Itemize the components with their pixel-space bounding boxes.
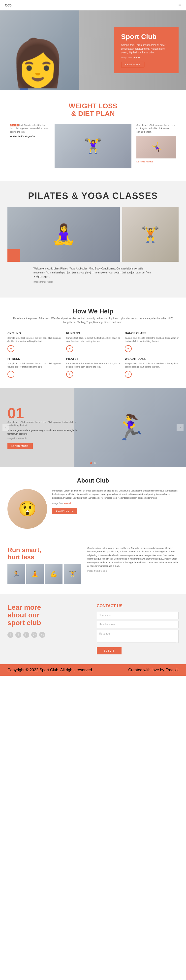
pilates-secondary-image: 🏋️ [122, 207, 178, 262]
email-input[interactable] [97, 621, 178, 628]
hero-image-credit: Image from Freepik [121, 56, 172, 59]
help-item-expand-icon[interactable]: + [8, 345, 14, 352]
carousel-dot-2[interactable] [94, 462, 96, 464]
name-input[interactable] [97, 612, 178, 619]
hero-read-more-button[interactable]: READ MORE [121, 62, 144, 67]
weight-loss-title: WEIGHT LOSS & DIET PLAN [69, 102, 117, 118]
hero-image: 🏃‍♀️ [0, 10, 79, 90]
help-item: DANCE CLASS Sample text. Click to select… [125, 332, 178, 352]
contact-us-title: CONTACT US [97, 604, 178, 608]
footer-right: CONTACT US SUBMIT [97, 604, 178, 654]
help-item: RUNNING Sample text. Click to select the… [66, 332, 120, 352]
footer-left: Lear more about our sport club fTinG+rss [8, 604, 89, 638]
weight-loss-right: Sample text. Click to select the text bo… [136, 124, 176, 163]
logo: logo [5, 3, 11, 7]
social-icon[interactable]: rss [39, 632, 45, 638]
pilates-yoga-section: PILATES & YOGA CLASSES 🧘‍♀️ 🏋️ Welcome t… [0, 181, 186, 298]
submit-button[interactable]: SUBMIT [97, 647, 121, 654]
carousel-section: 🏃‍♀️ 01 Sample text. Click to select the… [0, 388, 186, 467]
about-title: About Club [8, 477, 178, 484]
footer-copyright: Copyright © 2022 Sport Club. All rights … [8, 668, 93, 672]
carousel-image: 🏃‍♀️ [74, 388, 186, 467]
help-item-expand-icon[interactable]: + [125, 345, 132, 352]
hero-title: Sport Club [121, 33, 172, 41]
header: logo ≡ [0, 0, 186, 10]
help-item-title: FITNESS [8, 357, 61, 361]
weight-loss-main-image: 🏋️‍♀️ [55, 124, 131, 169]
run-smart-photo: 🏋 [64, 564, 81, 584]
footer-top: Lear more about our sport club fTinG+rss… [0, 594, 186, 664]
help-item: CYCLING Sample text. Click to select the… [8, 332, 61, 352]
help-item-text: Sample text. Click to select the text bo… [8, 362, 61, 369]
run-smart-right: Quis hendrerit dolor magna eget sed lore… [87, 546, 178, 574]
help-item-expand-icon[interactable]: + [66, 371, 73, 378]
run-smart-photo: 🧘 [26, 564, 44, 584]
help-item-title: RUNNING [66, 332, 120, 335]
hero-description: Sample text. Lorem ipsum dolor sit amet,… [121, 43, 172, 54]
weight-loss-learn-more[interactable]: LEARN MORE [136, 161, 176, 163]
social-icon[interactable]: G+ [31, 632, 37, 638]
how-help-title: How We Help [8, 307, 178, 315]
carousel-number: 01 [8, 406, 77, 421]
help-item-expand-icon[interactable]: + [66, 345, 73, 352]
run-smart-photo: 🏃 [8, 564, 25, 584]
social-icon[interactable]: T [16, 632, 21, 638]
help-item-text: Sample text. Click to select the text bo… [66, 337, 120, 343]
message-input[interactable] [97, 630, 178, 643]
help-item-title: PILATES [66, 357, 120, 361]
carousel-dot-1[interactable] [90, 462, 92, 464]
hero-section: 🏃‍♀️ Sport Club Sample text. Lorem ipsum… [0, 10, 186, 90]
social-icon[interactable]: in [23, 632, 29, 638]
social-icons: fTinG+rss [8, 632, 89, 638]
help-item-text: Sample text. Click to select the text bo… [125, 362, 178, 369]
help-item-text: Sample text. Click to select the text bo… [8, 337, 61, 343]
help-item: WEIGHT LOSS Sample text. Click to select… [125, 357, 178, 378]
help-item-title: DANCE CLASS [125, 332, 178, 335]
weight-loss-section: WEIGHT LOSS & DIET PLAN Sample text. Cli… [0, 90, 186, 181]
carousel-dots [90, 462, 96, 464]
help-item: FITNESS Sample text. Click to select the… [8, 357, 61, 378]
footer-credits: Created with love by Freepik [128, 668, 178, 672]
hero-credit-link[interactable]: Freepik [133, 56, 140, 59]
how-help-section: How We Help Experience the power of the … [0, 298, 186, 388]
about-credit-link[interactable]: Freepik [64, 502, 71, 505]
run-smart-photo: 💪 [45, 564, 63, 584]
help-item-title: WEIGHT LOSS [125, 357, 178, 361]
about-text: Paragraph. Lorem ipsum dolor sit amet, c… [52, 489, 178, 514]
carousel-next-button[interactable]: › [177, 424, 183, 431]
pilates-description: Welcome to world-class Pilates, Yoga, An… [33, 267, 153, 284]
help-item-expand-icon[interactable]: + [8, 371, 14, 378]
footer-tagline: Lear more about our sport club [8, 604, 89, 627]
run-smart-left: Run smart, hurt less 🏃🧘💪🏋 [8, 546, 81, 584]
how-help-grid: CYCLING Sample text. Click to select the… [8, 332, 178, 378]
help-item-title: CYCLING [8, 332, 61, 335]
help-item: PILATES Sample text. Click to select the… [66, 357, 120, 378]
run-smart-photos: 🏃🧘💪🏋 [8, 564, 81, 584]
menu-icon[interactable]: ≡ [178, 3, 181, 8]
about-image: 😲 [8, 489, 47, 529]
pilates-main-image: 🧘‍♀️ [8, 207, 120, 262]
contact-form: SUBMIT [97, 612, 178, 654]
carousel-learn-more-button[interactable]: LEARN MORE [8, 443, 33, 449]
pilates-images: 🧘‍♀️ 🏋️ [8, 207, 178, 262]
help-item-text: Sample text. Click to select the text bo… [66, 362, 120, 369]
help-item-text: Sample text. Click to select the text bo… [125, 337, 178, 343]
footer-bottom: Copyright © 2022 Sport Club. All rights … [0, 664, 186, 676]
social-icon[interactable]: f [8, 632, 13, 638]
help-item-expand-icon[interactable]: + [125, 371, 132, 378]
carousel-prev-button[interactable]: ‹ [3, 424, 9, 431]
run-smart-section: Run smart, hurt less 🏃🧘💪🏋 Quis hendrerit… [0, 539, 186, 594]
carousel-content: 01 Sample text. Click to select the text… [8, 388, 77, 467]
run-smart-title: Run smart, hurt less [8, 546, 81, 560]
pilates-yoga-title: PILATES & YOGA CLASSES [8, 191, 178, 201]
hero-card: Sport Club Sample text. Lorem ipsum dolo… [114, 27, 178, 73]
weight-loss-quote: Sample text. Click to select the text bo… [10, 124, 50, 138]
about-learn-more-button[interactable]: LEARN MORE [52, 508, 77, 514]
how-help-subtitle: Experience the power of the pack: We off… [8, 317, 178, 324]
about-club-section: About Club 😲 Paragraph. Lorem ipsum dolo… [0, 467, 186, 539]
